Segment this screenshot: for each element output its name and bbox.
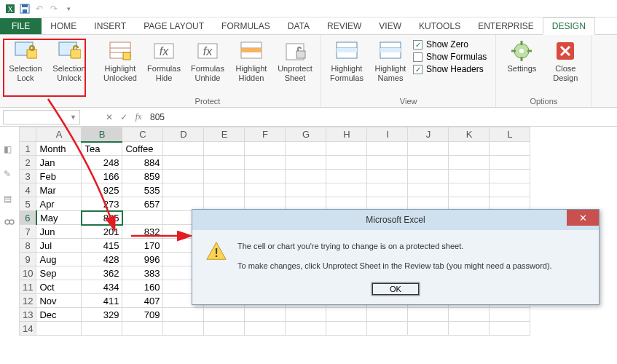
column-header-B[interactable]: B [82,127,122,142]
cell-B6[interactable]: 805 [82,211,122,225]
cell-E4[interactable] [204,183,245,197]
cell-I4[interactable] [367,183,408,197]
row-header-6[interactable]: 6 [20,211,36,225]
cell-B3[interactable]: 166 [82,170,122,183]
tab-kutools[interactable]: KUTOOLS [410,18,469,34]
cell-I2[interactable] [367,156,408,170]
cell-B10[interactable]: 362 [82,266,122,280]
cell-A10[interactable]: Sep [36,266,82,280]
enter-formula-icon[interactable]: ✓ [117,110,131,124]
row-header-13[interactable]: 13 [20,308,36,322]
cell-A5[interactable]: Apr [36,197,82,211]
column-header-G[interactable]: G [286,127,326,142]
cell-D1[interactable] [163,142,204,156]
cell-H1[interactable] [326,142,367,156]
row-header-7[interactable]: 7 [20,225,36,239]
cell-C14[interactable] [122,322,163,336]
cell-E1[interactable] [204,142,245,156]
show-headers-checkbox[interactable]: ✓Show Headers [413,64,487,74]
formulas-unhide-button[interactable]: fxFormulas Unhide [186,38,229,95]
cell-D13[interactable] [163,308,204,322]
formula-input[interactable] [146,111,437,124]
cell-J1[interactable] [408,142,449,156]
cell-C2[interactable]: 884 [122,156,163,170]
nav-find-icon[interactable] [4,218,15,230]
show-formulas-checkbox[interactable]: Show Formulas [413,52,487,62]
cell-C11[interactable]: 160 [122,280,163,294]
column-header-H[interactable]: H [326,127,367,142]
cell-C8[interactable]: 170 [122,239,163,253]
cell-F14[interactable] [245,322,286,336]
cell-C6[interactable] [122,211,163,225]
cell-G1[interactable] [286,142,326,156]
cell-H2[interactable] [326,156,367,170]
tab-formulas[interactable]: FORMULAS [213,18,279,34]
insert-function-icon[interactable]: fx [131,110,146,124]
redo-icon[interactable]: ↷ [48,3,60,15]
cell-C4[interactable]: 535 [122,183,163,197]
column-header-C[interactable]: C [122,127,163,142]
cell-K13[interactable] [449,308,490,322]
cell-B13[interactable]: 329 [82,308,122,322]
cell-L1[interactable] [490,142,530,156]
cell-E3[interactable] [204,170,245,183]
tab-view[interactable]: VIEW [370,18,410,34]
cell-A6[interactable]: May [36,211,82,225]
cell-A11[interactable]: Oct [36,280,82,294]
cell-H14[interactable] [326,322,367,336]
cell-A14[interactable] [36,322,82,336]
cell-D14[interactable] [163,322,204,336]
save-icon[interactable] [19,3,31,15]
row-header-10[interactable]: 10 [20,266,36,280]
cell-B14[interactable] [82,322,122,336]
cell-J4[interactable] [408,183,449,197]
dialog-ok-button[interactable]: OK [372,282,420,296]
column-header-F[interactable]: F [245,127,286,142]
cell-D4[interactable] [163,183,204,197]
tab-review[interactable]: REVIEW [318,18,370,34]
cell-L14[interactable] [490,322,530,336]
nav-autotext-icon[interactable]: ✎ [4,169,15,181]
tab-data[interactable]: DATA [279,18,318,34]
cell-G13[interactable] [286,308,326,322]
cell-B1[interactable]: Tea [82,142,122,156]
cell-A13[interactable]: Dec [36,308,82,322]
cell-G14[interactable] [286,322,326,336]
column-header-L[interactable]: L [490,127,530,142]
cell-K1[interactable] [449,142,490,156]
column-header-K[interactable]: K [449,127,490,142]
dialog-titlebar[interactable]: Microsoft Excel ✕ [192,210,599,230]
cell-J14[interactable] [408,322,449,336]
qat-customize-icon[interactable]: ▾ [63,3,74,15]
column-header-I[interactable]: I [367,127,408,142]
cell-B2[interactable]: 248 [82,156,122,170]
column-header-E[interactable]: E [204,127,245,142]
row-header-3[interactable]: 3 [20,170,36,183]
cell-G2[interactable] [286,156,326,170]
excel-app-icon[interactable]: X [4,3,16,15]
selection-unlock-button[interactable]: Selection Unlock [48,38,90,95]
cell-I3[interactable] [367,170,408,183]
cell-J13[interactable] [408,308,449,322]
cell-B4[interactable]: 925 [82,183,122,197]
cell-E14[interactable] [204,322,245,336]
column-header-J[interactable]: J [408,127,449,142]
cell-F2[interactable] [245,156,286,170]
cell-L4[interactable] [490,183,530,197]
row-header-14[interactable]: 14 [20,322,36,336]
nav-names-icon[interactable]: ▤ [4,194,15,205]
chevron-down-icon[interactable]: ▼ [70,114,76,121]
cell-I14[interactable] [367,322,408,336]
cell-H4[interactable] [326,183,367,197]
formulas-hide-button[interactable]: fxFormulas Hide [143,38,185,95]
unprotect-sheet-button[interactable]: Unprotect Sheet [274,38,316,95]
settings-button[interactable]: Settings [500,38,543,95]
select-all-cell[interactable] [20,127,36,142]
cell-B9[interactable]: 428 [82,253,122,266]
cell-B11[interactable]: 434 [82,280,122,294]
cell-C12[interactable]: 407 [122,294,163,308]
cell-B7[interactable]: 201 [82,225,122,239]
cell-I1[interactable] [367,142,408,156]
cell-F1[interactable] [245,142,286,156]
highlight-hidden-button[interactable]: Highlight Hidden [230,38,272,95]
